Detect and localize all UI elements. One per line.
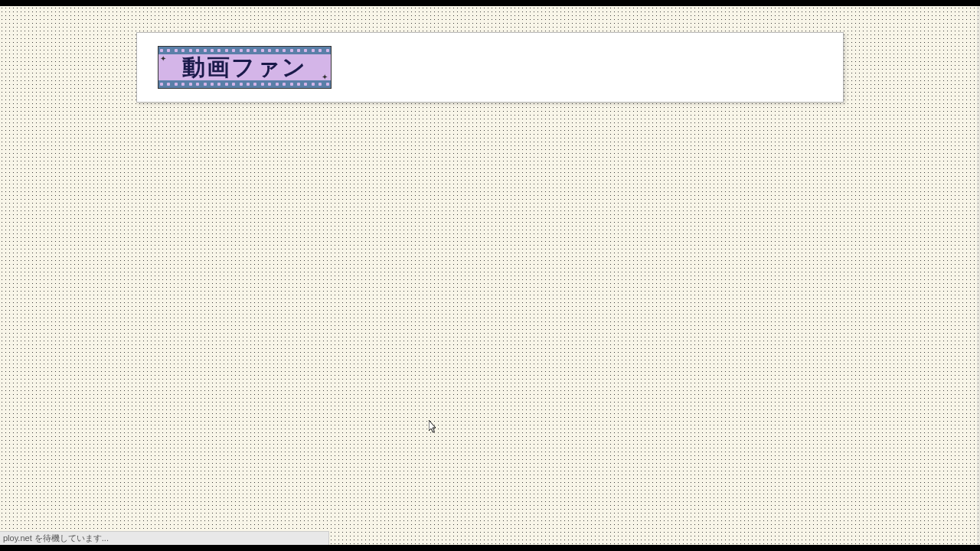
status-text: ploy.net を待機しています...: [3, 533, 109, 544]
site-logo[interactable]: ✦ ✦ 動画ファン: [158, 46, 332, 89]
scrollbar-edge[interactable]: [977, 6, 980, 545]
header-panel: ✦ ✦ 動画ファン: [136, 32, 844, 103]
browser-status-bar: ploy.net を待機しています...: [0, 531, 329, 545]
logo-graphic: ✦ ✦ 動画ファン: [158, 47, 331, 88]
letterbox-top: [0, 0, 980, 6]
logo-text: 動画ファン: [158, 54, 331, 80]
letterbox-bottom: [0, 545, 980, 551]
